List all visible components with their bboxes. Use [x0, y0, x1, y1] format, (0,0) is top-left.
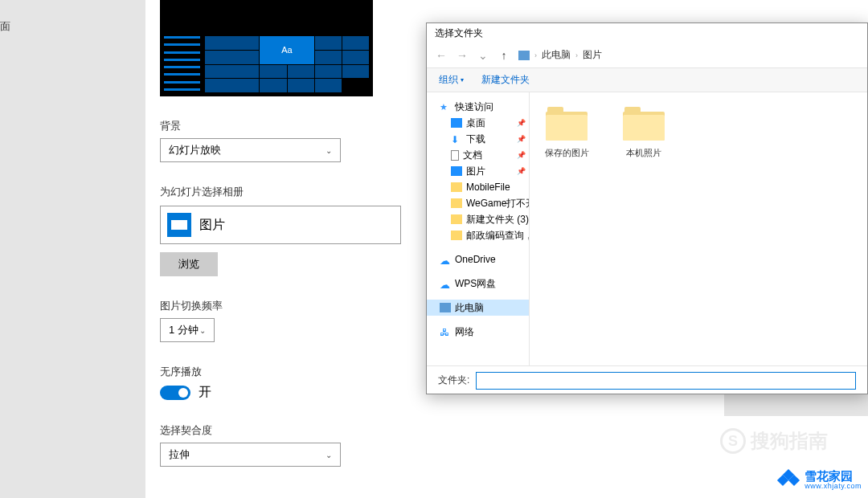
tree-postcode[interactable]: 邮政编码查询，邮	[427, 227, 529, 243]
tree-wegame[interactable]: WeGame打不开怎	[427, 195, 529, 211]
recent-chevron-icon[interactable]: ⌄	[477, 49, 489, 62]
organize-menu[interactable]: 组织▾	[439, 73, 464, 87]
chevron-down-icon: ⌄	[199, 326, 206, 335]
pictures-icon	[167, 213, 191, 237]
breadcrumb-1[interactable]: 图片	[583, 48, 602, 62]
left-edge-text: 面	[0, 19, 8, 34]
breadcrumb-0[interactable]: 此电脑	[542, 48, 571, 62]
chevron-down-icon: ⌄	[326, 146, 332, 155]
browse-button[interactable]: 浏览	[160, 252, 218, 276]
watermark-title: 雪花家园	[805, 470, 862, 484]
tree-desktop[interactable]: 桌面📌	[427, 115, 529, 131]
folder-label: 本机照片	[616, 147, 671, 159]
pin-icon: 📌	[517, 167, 526, 175]
album-value: 图片	[199, 217, 225, 234]
tree-downloads[interactable]: ⬇下载📌	[427, 131, 529, 147]
breadcrumb[interactable]: › 此电脑 › 图片	[518, 48, 602, 62]
ghost-watermark: S 搜狗指南	[720, 428, 828, 454]
tree-documents[interactable]: 文档📌	[427, 147, 529, 163]
background-value: 幻灯片放映	[169, 143, 221, 157]
folder-label: 保存的图片	[539, 147, 594, 159]
watermark-icon	[777, 469, 800, 492]
tree-network[interactable]: 🖧网络	[427, 324, 529, 340]
tree-wps[interactable]: ☁WPS网盘	[427, 276, 529, 292]
background-dropdown[interactable]: 幻灯片放映 ⌄	[160, 138, 341, 162]
tree-this-pc[interactable]: 此电脑	[427, 300, 529, 316]
nav-tree: ★快速访问 桌面📌 ⬇下载📌 文档📌 图片📌 MobileFile WeGame…	[427, 92, 530, 365]
new-folder-button[interactable]: 新建文件夹	[481, 73, 530, 87]
back-arrow-icon[interactable]: ←	[435, 49, 448, 62]
fit-value: 拉伸	[169, 447, 190, 462]
folder-item[interactable]: 保存的图片	[539, 107, 594, 159]
dialog-toolbar: 组织▾ 新建文件夹	[427, 68, 867, 92]
dialog-title: 选择文件夹	[427, 23, 867, 43]
shuffle-toggle[interactable]	[160, 386, 190, 400]
dialog-nav: ← → ⌄ ↑ › 此电脑 › 图片	[427, 43, 867, 68]
pin-icon: 📌	[517, 119, 526, 127]
fit-dropdown[interactable]: 拉伸 ⌄	[160, 443, 341, 467]
folder-name-input[interactable]	[476, 372, 856, 390]
shuffle-state: 开	[199, 384, 211, 401]
watermark-url: www.xhjaty.com	[805, 483, 862, 491]
forward-arrow-icon: →	[456, 49, 469, 62]
pc-icon	[518, 51, 530, 60]
chevron-down-icon: ⌄	[326, 451, 332, 459]
tree-newfolder3[interactable]: 新建文件夹 (3)	[427, 211, 529, 227]
pin-icon: 📌	[517, 135, 526, 143]
interval-value: 1 分钟	[169, 323, 199, 337]
folder-picker-dialog: 选择文件夹 ← → ⌄ ↑ › 此电脑 › 图片 组织▾ 新建文件夹 ★快速访问…	[426, 22, 868, 394]
dialog-footer: 文件夹:	[427, 365, 867, 394]
tree-onedrive[interactable]: ☁OneDrive	[427, 251, 529, 267]
desktop-preview: Aa	[160, 0, 373, 96]
album-box: 图片	[160, 206, 401, 244]
interval-dropdown[interactable]: 1 分钟 ⌄	[160, 318, 215, 342]
folder-item[interactable]: 本机照片	[616, 107, 671, 159]
pin-icon: 📌	[517, 151, 526, 159]
file-grid: 保存的图片 本机照片	[530, 92, 867, 365]
folder-name-label: 文件夹:	[438, 374, 469, 387]
up-arrow-icon[interactable]: ↑	[497, 49, 510, 62]
folder-icon	[623, 107, 665, 141]
tree-pictures[interactable]: 图片📌	[427, 163, 529, 179]
watermark: 雪花家园 www.xhjaty.com	[777, 469, 862, 492]
tree-quick-access[interactable]: ★快速访问	[427, 99, 529, 115]
fit-label: 选择契合度	[160, 423, 710, 438]
preview-aa-tile: Aa	[260, 36, 313, 64]
folder-icon	[546, 107, 588, 141]
tree-mobilefile[interactable]: MobileFile	[427, 179, 529, 195]
